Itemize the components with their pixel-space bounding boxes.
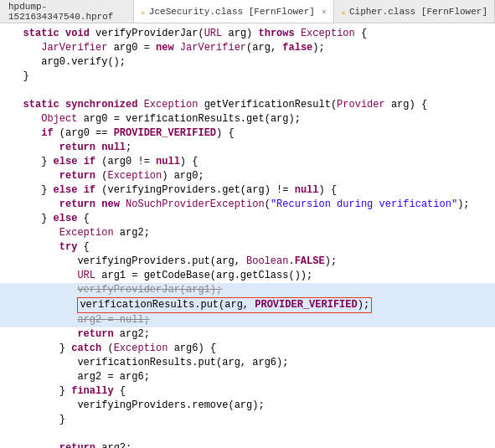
- code-line: Object arg0 = verificationResults.get(ar…: [0, 112, 495, 126]
- code-line: verifyingProviders.put(arg, Boolean.FALS…: [0, 255, 495, 269]
- code-area: static void verifyProviderJar(URL arg) t…: [0, 23, 495, 448]
- code-line: static synchronized Exception getVerific…: [0, 98, 495, 112]
- code-line: URL arg1 = getCodeBase(arg.getClass());: [0, 269, 495, 283]
- code-line: }: [0, 70, 495, 84]
- hprof-label: hpdump-1521634347540.hprof: [8, 2, 125, 22]
- code-line: Exception arg2;: [0, 226, 495, 240]
- code-line: if (arg0 == PROVIDER_VERIFIED) {: [0, 126, 495, 141]
- code-line: try {: [0, 240, 495, 255]
- code-line: arg2 = null;: [0, 313, 495, 327]
- code-line: verifyingProviders.remove(arg);: [0, 399, 495, 413]
- tab-bar: hpdump-1521634347540.hprof ☕ JceSecurity…: [0, 0, 495, 23]
- tab-cipher[interactable]: ☕ Cipher.class [FernFlower]: [334, 0, 495, 23]
- code-line: return null;: [0, 141, 495, 155]
- cipher-icon: ☕: [341, 7, 346, 17]
- code-line: verificationResults.put(arg, arg6);: [0, 356, 495, 370]
- highlighted-box: verificationResults.put(arg, PROVIDER_VE…: [77, 297, 372, 313]
- code-line: arg0.verify();: [0, 55, 495, 70]
- code-line: verifyProviderJar(arg1);: [0, 283, 495, 297]
- code-line: return new NoSuchProviderException("Recu…: [0, 198, 495, 212]
- code-line-boxed: verificationResults.put(arg, PROVIDER_VE…: [0, 297, 495, 313]
- tab-hprof[interactable]: hpdump-1521634347540.hprof: [0, 0, 134, 23]
- code-line: } else if (verifyingProviders.get(arg) !…: [0, 183, 495, 198]
- code-line: static void verifyProviderJar(URL arg) t…: [0, 27, 495, 41]
- code-line: } finally {: [0, 384, 495, 399]
- code-line: return (Exception) arg0;: [0, 169, 495, 183]
- jcesecurity-icon: ☕: [141, 7, 146, 17]
- code-line: [0, 427, 495, 441]
- tab-jcesecurity[interactable]: ☕ JceSecurity.class [FernFlower] ✕: [134, 0, 334, 23]
- code-line: } else {: [0, 212, 495, 226]
- code-line: [0, 84, 495, 98]
- code-line: JarVerifier arg0 = new JarVerifier(arg, …: [0, 41, 495, 55]
- code-line: }: [0, 413, 495, 427]
- code-line: } catch (Exception arg6) {: [0, 342, 495, 356]
- code-line: } else if (arg0 != null) {: [0, 155, 495, 169]
- code-line: return arg2;: [0, 327, 495, 342]
- jcesecurity-close[interactable]: ✕: [322, 7, 327, 17]
- jcesecurity-label: JceSecurity.class [FernFlower]: [149, 7, 315, 17]
- cipher-label: Cipher.class [FernFlower]: [349, 7, 487, 17]
- code-line: arg2 = arg6;: [0, 370, 495, 384]
- code-line: return arg2;: [0, 441, 495, 448]
